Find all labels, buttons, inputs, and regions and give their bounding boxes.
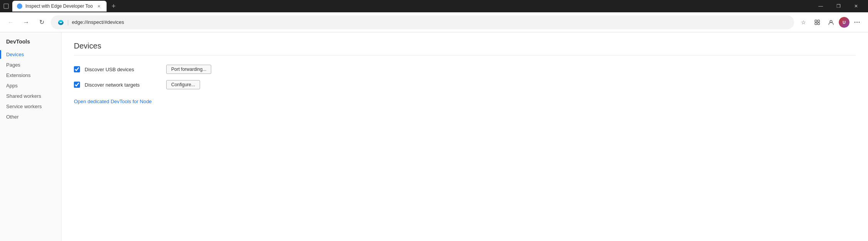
usb-devices-checkbox[interactable] [74, 66, 80, 72]
sidebar-item-shared-workers[interactable]: Shared workers [0, 91, 61, 101]
page-title: Devices [74, 42, 856, 55]
edge-logo-icon [57, 19, 64, 26]
usb-devices-label: Discover USB devices [85, 67, 162, 72]
sidebar-item-other[interactable]: Other [0, 112, 61, 122]
new-tab-button[interactable]: + [108, 1, 119, 12]
minimize-button[interactable]: — [812, 0, 830, 12]
address-separator: | [67, 19, 69, 25]
sidebar-item-apps[interactable]: Apps [0, 80, 61, 91]
tab-close-button[interactable]: ✕ [96, 3, 102, 9]
sidebar-title: DevTools [0, 38, 61, 49]
maximize-button[interactable]: ❐ [830, 0, 847, 12]
usb-devices-row: Discover USB devices Port forwarding... [74, 65, 856, 74]
sidebar-item-extensions-label: Extensions [6, 72, 31, 78]
titlebar-controls: — ❐ ✕ [812, 0, 865, 12]
sidebar-item-service-workers-label: Service workers [6, 104, 42, 109]
navbar: ← → ↻ | ☆ [0, 12, 868, 32]
sidebar-item-pages[interactable]: Pages [0, 60, 61, 70]
address-bar-container: | [51, 15, 794, 29]
sidebar-item-devices[interactable]: Devices [0, 49, 61, 60]
sidebar-item-shared-workers-label: Shared workers [6, 93, 41, 99]
network-targets-label: Discover network targets [85, 82, 162, 88]
tab-bar: Inspect with Edge Developer Too ✕ + [12, 1, 119, 12]
open-node-devtools-link[interactable]: Open dedicated DevTools for Node [74, 99, 152, 104]
tab-title: Inspect with Edge Developer Too [25, 3, 93, 9]
svg-rect-4 [815, 23, 817, 25]
network-targets-checkbox[interactable] [74, 82, 80, 88]
favorites-star-button[interactable]: ☆ [797, 16, 810, 28]
avatar-image: U [839, 17, 850, 28]
active-tab[interactable]: Inspect with Edge Developer Too ✕ [12, 1, 107, 12]
svg-rect-5 [818, 23, 820, 25]
main-area: DevTools Devices Pages Extensions Apps S… [0, 32, 868, 241]
svg-rect-2 [815, 20, 817, 22]
collections-button[interactable] [811, 16, 823, 28]
back-button[interactable]: ← [5, 16, 17, 28]
forward-button[interactable]: → [20, 16, 32, 28]
content-area: Devices Discover USB devices Port forwar… [62, 32, 868, 241]
sidebar-item-pages-label: Pages [6, 62, 20, 68]
sidebar-item-extensions[interactable]: Extensions [0, 70, 61, 80]
address-input[interactable] [72, 19, 788, 25]
svg-rect-0 [4, 4, 8, 8]
sidebar: DevTools Devices Pages Extensions Apps S… [0, 32, 62, 241]
sidebar-item-apps-label: Apps [6, 83, 18, 89]
sidebar-item-service-workers[interactable]: Service workers [0, 101, 61, 112]
tab-favicon [17, 3, 22, 9]
profile-button[interactable] [825, 16, 837, 28]
nav-actions: ☆ U ··· [797, 16, 863, 28]
sidebar-item-other-label: Other [6, 114, 19, 120]
sidebar-item-devices-label: Devices [6, 52, 24, 57]
titlebar: Inspect with Edge Developer Too ✕ + — ❐ … [0, 0, 868, 12]
menu-button[interactable]: ··· [851, 16, 863, 28]
window-icon [3, 3, 9, 9]
network-targets-row: Discover network targets Configure... [74, 80, 856, 89]
refresh-button[interactable]: ↻ [35, 16, 48, 28]
avatar[interactable]: U [839, 17, 850, 28]
svg-rect-3 [818, 20, 820, 22]
configure-button[interactable]: Configure... [166, 80, 200, 89]
close-button[interactable]: ✕ [847, 0, 865, 12]
port-forwarding-button[interactable]: Port forwarding... [166, 65, 211, 74]
